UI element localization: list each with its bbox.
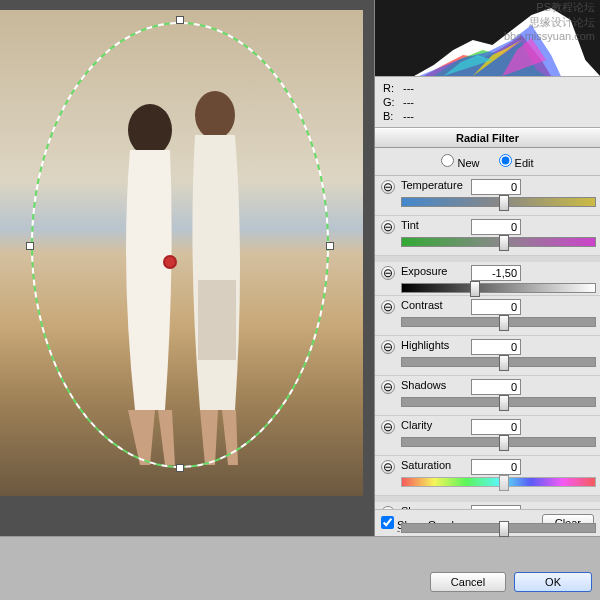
temperature-value[interactable] bbox=[471, 179, 521, 195]
exposure-row: ⊖ Exposure bbox=[375, 256, 600, 296]
tint-toggle[interactable]: ⊖ bbox=[381, 220, 395, 234]
tint-slider[interactable] bbox=[401, 237, 596, 247]
tint-value[interactable] bbox=[471, 219, 521, 235]
saturation-value[interactable] bbox=[471, 459, 521, 475]
ellipse-handle-bottom[interactable] bbox=[176, 464, 184, 472]
saturation-slider[interactable] bbox=[401, 477, 596, 487]
exposure-value[interactable] bbox=[471, 265, 521, 281]
highlights-slider[interactable] bbox=[401, 357, 596, 367]
highlights-value[interactable] bbox=[471, 339, 521, 355]
ellipse-handle-right[interactable] bbox=[326, 242, 334, 250]
highlights-label: Highlights bbox=[401, 339, 471, 351]
shadows-slider[interactable] bbox=[401, 397, 596, 407]
contrast-row: ⊖ Contrast bbox=[375, 296, 600, 336]
adjustments-panel: PS教程论坛 思缘设计论坛 bbs.missyuan.com R:--- G:-… bbox=[374, 0, 600, 536]
ellipse-handle-top[interactable] bbox=[176, 16, 184, 24]
highlights-toggle[interactable]: ⊖ bbox=[381, 340, 395, 354]
radial-filter-center-pin[interactable] bbox=[163, 255, 177, 269]
preview-area bbox=[0, 0, 374, 536]
clarity-label: Clarity bbox=[401, 419, 471, 431]
cancel-button[interactable]: Cancel bbox=[430, 572, 506, 592]
exposure-toggle[interactable]: ⊖ bbox=[381, 266, 395, 280]
shadows-row: ⊖ Shadows bbox=[375, 376, 600, 416]
slider-list: ⊖ Temperature ⊖ Tint ⊖ Exposure ⊖ Contra… bbox=[375, 176, 600, 509]
mode-edit-radio[interactable]: Edit bbox=[499, 157, 534, 169]
watermark: PS教程论坛 思缘设计论坛 bbs.missyuan.com bbox=[504, 0, 595, 42]
highlights-row: ⊖ Highlights bbox=[375, 336, 600, 376]
exposure-label: Exposure bbox=[401, 265, 471, 277]
exposure-slider[interactable] bbox=[401, 283, 596, 293]
tint-row: ⊖ Tint bbox=[375, 216, 600, 256]
tint-label: Tint bbox=[401, 219, 471, 231]
svg-point-3 bbox=[32, 23, 328, 467]
temperature-label: Temperature bbox=[401, 179, 471, 191]
saturation-row: ⊖ Saturation bbox=[375, 456, 600, 496]
saturation-toggle[interactable]: ⊖ bbox=[381, 460, 395, 474]
clarity-toggle[interactable]: ⊖ bbox=[381, 420, 395, 434]
contrast-toggle[interactable]: ⊖ bbox=[381, 300, 395, 314]
contrast-slider[interactable] bbox=[401, 317, 596, 327]
contrast-value[interactable] bbox=[471, 299, 521, 315]
clarity-value[interactable] bbox=[471, 419, 521, 435]
preview-image[interactable] bbox=[0, 10, 363, 496]
mode-selector: New Edit bbox=[375, 148, 600, 176]
temperature-toggle[interactable]: ⊖ bbox=[381, 180, 395, 194]
sharpness-row: ⊖ Sharpness bbox=[375, 496, 600, 509]
ellipse-handle-left[interactable] bbox=[26, 242, 34, 250]
temperature-slider[interactable] bbox=[401, 197, 596, 207]
panel-title: Radial Filter bbox=[375, 128, 600, 148]
radial-filter-ellipse[interactable] bbox=[30, 20, 330, 470]
clarity-row: ⊖ Clarity bbox=[375, 416, 600, 456]
rgb-readout: R:--- G:--- B:--- bbox=[375, 76, 600, 128]
shadows-value[interactable] bbox=[471, 379, 521, 395]
svg-point-4 bbox=[32, 23, 328, 467]
clarity-slider[interactable] bbox=[401, 437, 596, 447]
saturation-label: Saturation bbox=[401, 459, 471, 471]
temperature-row: ⊖ Temperature bbox=[375, 176, 600, 216]
ok-button[interactable]: OK bbox=[514, 572, 592, 592]
shadows-label: Shadows bbox=[401, 379, 471, 391]
contrast-label: Contrast bbox=[401, 299, 471, 311]
shadows-toggle[interactable]: ⊖ bbox=[381, 380, 395, 394]
mode-new-radio[interactable]: New bbox=[441, 157, 479, 169]
